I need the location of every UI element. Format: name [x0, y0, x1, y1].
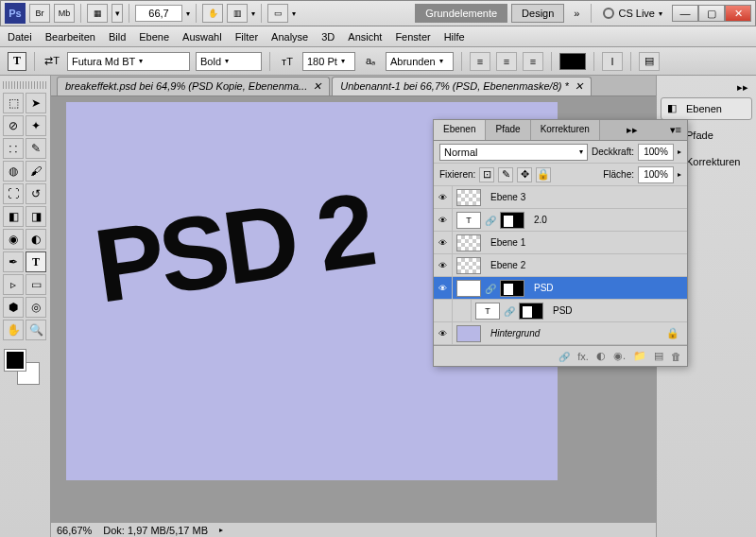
lock-transparency-button[interactable]: ⊡ — [479, 167, 494, 182]
text-color-swatch[interactable] — [559, 53, 586, 70]
pen-tool[interactable]: ✒ — [3, 251, 24, 272]
menu-auswahl[interactable]: Auswahl — [182, 31, 222, 43]
close-button[interactable]: ✕ — [725, 5, 751, 22]
arrange-button[interactable]: ▥ — [227, 4, 248, 23]
layer-thumb[interactable]: T — [456, 280, 481, 297]
3d-camera-tool[interactable]: ◎ — [26, 297, 46, 318]
align-left-button[interactable]: ≡ — [470, 52, 490, 71]
visibility-icon[interactable] — [434, 209, 453, 232]
workspace-grundelemente[interactable]: Grundelemente — [415, 4, 507, 23]
layer-thumb[interactable] — [456, 189, 481, 206]
zoom-input[interactable] — [135, 5, 182, 22]
arrow-tool[interactable]: ➤ — [26, 93, 46, 113]
cslive-button[interactable]: CS Live▾ — [597, 8, 668, 19]
menu-fenster[interactable]: Fenster — [395, 31, 430, 43]
history-brush-tool[interactable]: ↺ — [26, 183, 46, 204]
visibility-icon[interactable] — [434, 186, 453, 209]
delete-layer-icon[interactable]: 🗑 — [671, 351, 681, 362]
view-extras-arrow[interactable]: ▾ — [112, 4, 123, 23]
bridge-button[interactable]: Br — [29, 4, 50, 23]
brush-tool[interactable]: 🖌 — [26, 161, 46, 182]
blend-mode-combo[interactable]: Normal▾ — [439, 144, 588, 161]
fill-input[interactable] — [638, 166, 674, 183]
layer-thumb[interactable] — [456, 325, 481, 342]
color-picker[interactable] — [3, 348, 41, 386]
document-tab[interactable]: Unbenannt-1 bei 66,7% (PSD, Ebenenmaske/… — [332, 77, 592, 95]
path-select-tool[interactable]: ▹ — [3, 274, 24, 295]
foreground-color[interactable] — [5, 350, 26, 371]
document-tab[interactable]: breakeffekt.psd bei 64,9% (PSD Kopie, Eb… — [57, 77, 330, 95]
layer-row[interactable]: Ebene 2 — [434, 254, 687, 277]
heal-tool[interactable]: ◍ — [3, 161, 24, 182]
shape-tool[interactable]: ▭ — [26, 274, 46, 295]
panel-collapse-icon[interactable]: ▸▸ — [621, 120, 644, 140]
menu-bild[interactable]: Bild — [109, 31, 126, 43]
crop-tool[interactable]: ⸬ — [3, 138, 24, 159]
gradient-tool[interactable]: ◨ — [26, 206, 46, 227]
zoom-arrow[interactable]: ▾ — [186, 9, 190, 18]
link-layers-icon[interactable] — [558, 351, 570, 362]
menu-filter[interactable]: Filter — [235, 31, 258, 43]
close-tab-icon[interactable]: ✕ — [575, 80, 583, 93]
align-right-button[interactable]: ≡ — [523, 52, 543, 71]
dock-expand-icon[interactable]: ▸▸ — [661, 81, 752, 97]
fill-arrow[interactable]: ▸ — [678, 170, 681, 179]
move-tool[interactable]: ⬚ — [3, 93, 24, 113]
layer-row[interactable]: T2.0 — [434, 209, 687, 232]
view-extras-button[interactable]: ▦ — [87, 4, 108, 23]
hand-tool[interactable]: ✋ — [3, 320, 24, 340]
panel-tab-ebenen[interactable]: Ebenen — [434, 120, 486, 140]
panel-menu-icon[interactable]: ▾≡ — [664, 120, 687, 140]
mask-thumb[interactable] — [500, 280, 524, 297]
menu-analyse[interactable]: Analyse — [271, 31, 308, 43]
eyedropper-tool[interactable]: ✎ — [26, 138, 46, 159]
workspace-design[interactable]: Design — [511, 4, 564, 23]
dodge-tool[interactable]: ◐ — [26, 229, 46, 250]
menu-ebene[interactable]: Ebene — [139, 31, 169, 43]
layer-row[interactable]: TPSD — [434, 300, 687, 322]
close-tab-icon[interactable]: ✕ — [313, 80, 321, 93]
lock-all-button[interactable]: 🔒 — [536, 167, 551, 182]
minibridge-button[interactable]: Mb — [54, 4, 75, 23]
link-icon[interactable] — [504, 305, 515, 317]
eraser-tool[interactable]: ◧ — [3, 206, 24, 227]
font-size-combo[interactable]: 180 Pt▾ — [302, 52, 355, 71]
screen-mode-button[interactable]: ▭ — [267, 4, 288, 23]
dock-ebenen[interactable]: ◧Ebenen — [661, 97, 752, 120]
layer-fx-icon[interactable]: fx. — [577, 351, 589, 362]
lasso-tool[interactable]: ⊘ — [3, 115, 24, 136]
new-layer-icon[interactable]: ▤ — [654, 350, 663, 362]
layer-thumb[interactable] — [456, 257, 481, 274]
3d-tool[interactable]: ⬢ — [3, 297, 24, 318]
menu-ansicht[interactable]: Ansicht — [348, 31, 382, 43]
mask-thumb[interactable] — [500, 212, 524, 229]
opacity-arrow[interactable]: ▸ — [678, 147, 681, 156]
group-icon[interactable]: 📁 — [633, 350, 646, 362]
orientation-icon[interactable]: ⇄T — [43, 52, 61, 71]
visibility-icon[interactable] — [434, 277, 453, 300]
hand-tool-button[interactable]: ✋ — [202, 4, 223, 23]
link-icon[interactable] — [485, 215, 496, 226]
wand-tool[interactable]: ✦ — [26, 115, 46, 136]
layer-row[interactable]: TPSD — [434, 277, 687, 300]
mask-thumb[interactable] — [519, 303, 543, 320]
maximize-button[interactable]: ▢ — [698, 5, 725, 22]
lock-position-button[interactable]: ✥ — [517, 167, 532, 182]
opacity-input[interactable] — [638, 144, 674, 161]
layer-mask-icon[interactable]: ◐ — [596, 350, 606, 362]
layer-row[interactable]: Ebene 1 — [434, 232, 687, 254]
menu-3d[interactable]: 3D — [321, 31, 335, 43]
menu-bearbeiten[interactable]: Bearbeiten — [45, 31, 95, 43]
layer-thumb[interactable]: T — [456, 212, 481, 229]
warp-text-button[interactable]: I — [602, 52, 623, 71]
type-tool[interactable]: T — [26, 251, 46, 272]
minimize-button[interactable]: — — [672, 5, 698, 22]
visibility-icon[interactable] — [434, 232, 453, 254]
link-icon[interactable] — [485, 283, 496, 294]
blur-tool[interactable]: ◉ — [3, 229, 24, 250]
panel-tab-korrekturen[interactable]: Korrekturen — [531, 120, 600, 140]
font-weight-combo[interactable]: Bold▾ — [196, 52, 262, 71]
lock-pixels-button[interactable]: ✎ — [498, 167, 513, 182]
adjustment-layer-icon[interactable]: ◉. — [613, 350, 626, 362]
font-family-combo[interactable]: Futura Md BT▾ — [67, 52, 190, 71]
